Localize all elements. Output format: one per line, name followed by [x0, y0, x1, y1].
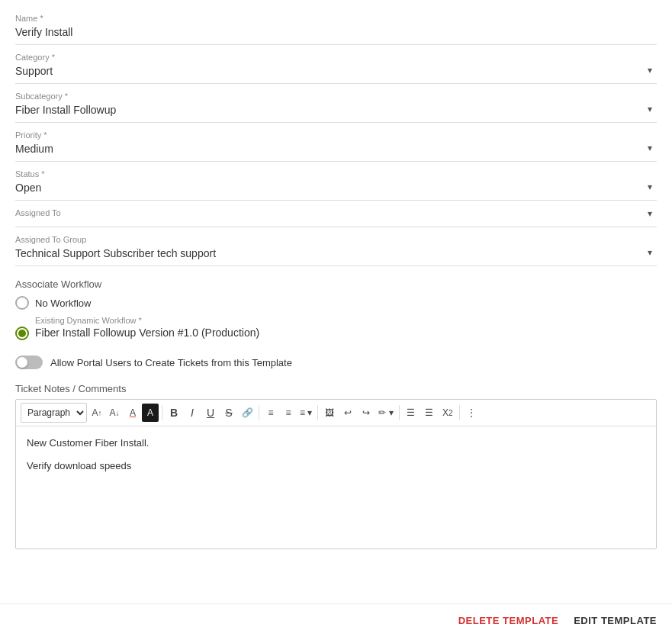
bullet-list-button[interactable]: ☰ [403, 404, 420, 422]
existing-workflow-radio[interactable] [15, 327, 29, 340]
editor-line-1: New Customer Fiber Install. [27, 436, 645, 451]
name-value[interactable]: Verify Install [15, 24, 657, 40]
notes-section-label: Ticket Notes / Comments [15, 375, 657, 399]
list-group: ≡ ≡ ≡ ▾ [262, 404, 314, 422]
assigned-to-field[interactable]: Assigned To ▾ [15, 202, 657, 227]
no-workflow-option[interactable]: No Workflow [15, 296, 657, 310]
italic-button[interactable]: I [184, 404, 201, 422]
editor-line-2: Verify download speeds [27, 458, 645, 474]
status-chevron-icon: ▾ [648, 182, 652, 192]
strikethrough-button[interactable]: S [220, 404, 237, 422]
no-workflow-radio[interactable] [15, 296, 29, 310]
font-color-group: A A [124, 404, 159, 422]
existing-workflow-value: Fiber Install Followup Version #1.0 (Pro… [35, 327, 259, 339]
category-field[interactable]: Category * Support ▾ [15, 47, 657, 84]
assigned-to-group-chevron-icon: ▾ [648, 247, 652, 258]
underline-button[interactable]: U [202, 404, 219, 422]
toggle-thumb [17, 357, 27, 368]
divider-5 [459, 405, 460, 420]
priority-chevron-icon: ▾ [648, 143, 652, 153]
category-chevron-icon: ▾ [648, 65, 652, 76]
priority-value: Medium [15, 141, 53, 156]
form-container: Name * Verify Install Category * Support… [0, 0, 672, 610]
no-workflow-label: No Workflow [35, 298, 91, 309]
align-button[interactable]: ≡ ▾ [297, 404, 314, 422]
undo-button[interactable]: ↩ [339, 404, 356, 422]
divider-3 [317, 405, 318, 420]
edit-template-button[interactable]: EDIT TEMPLATE [574, 615, 657, 626]
divider-1 [162, 405, 162, 420]
highlight-button[interactable]: A [142, 404, 159, 422]
portal-toggle-row: Allow Portal Users to Create Tickets fro… [15, 345, 657, 375]
assigned-to-group-field[interactable]: Assigned To Group Technical Support Subs… [15, 229, 657, 266]
associate-workflow-label: Associate Workflow [15, 268, 657, 296]
font-size-up-button[interactable]: A↑ [88, 404, 105, 422]
unordered-list-button[interactable]: ≡ [280, 404, 297, 422]
ordered-list-button[interactable]: ≡ [262, 404, 279, 422]
assigned-to-label: Assigned To [15, 208, 657, 217]
subcategory-chevron-icon: ▾ [648, 104, 652, 114]
highlight-group2: ✏ ▾ [376, 404, 395, 422]
editor-toolbar: Paragraph A↑ A↓ A A B I U S 🔗 ≡ ≡ ≡ ▾ [16, 400, 656, 426]
paragraph-select[interactable]: Paragraph [21, 403, 87, 423]
subscript-button[interactable]: X2 [439, 404, 456, 422]
name-field: Name * Verify Install [15, 8, 657, 45]
assigned-to-chevron-icon: ▾ [648, 208, 652, 219]
more-button[interactable]: ⋮ [463, 404, 480, 422]
redo-button[interactable]: ↪ [358, 404, 375, 422]
status-field[interactable]: Status * Open ▾ [15, 163, 657, 201]
priority-label: Priority * [15, 130, 657, 140]
notes-editor: Paragraph A↑ A↓ A A B I U S 🔗 ≡ ≡ ≡ ▾ [15, 399, 657, 549]
bold-button[interactable]: B [166, 404, 182, 422]
existing-workflow-label: Existing Dynamic Workflow * [35, 316, 657, 325]
category-value: Support [15, 63, 53, 79]
image-button[interactable]: 🖼 [321, 404, 338, 422]
portal-toggle[interactable] [15, 355, 43, 369]
status-label: Status * [15, 169, 657, 179]
link-button[interactable]: 🔗 [239, 404, 256, 422]
name-label: Name * [15, 14, 657, 23]
font-color-button[interactable]: A [124, 404, 141, 422]
highlight2-button[interactable]: ✏ ▾ [376, 404, 395, 422]
subcategory-label: Subcategory * [15, 92, 657, 101]
footer: DELETE TEMPLATE EDIT TEMPLATE [0, 603, 672, 637]
subcategory-value: Fiber Install Followup [15, 102, 116, 117]
font-size-group: A↑ A↓ [88, 404, 123, 422]
assigned-to-group-value: Technical Support Subscriber tech suppor… [15, 246, 216, 261]
workflow-radio-group: No Workflow Existing Dynamic Workflow * … [15, 296, 657, 340]
indent-button[interactable]: ☰ [421, 404, 438, 422]
divider-2 [259, 405, 259, 420]
toggle-label: Allow Portal Users to Create Tickets fro… [50, 357, 292, 368]
assigned-to-group-label: Assigned To Group [15, 235, 657, 244]
divider-4 [399, 405, 400, 420]
delete-template-button[interactable]: DELETE TEMPLATE [458, 615, 558, 626]
status-value: Open [15, 180, 41, 195]
editor-content[interactable]: New Customer Fiber Install. Verify downl… [16, 426, 656, 549]
existing-workflow-option[interactable]: Fiber Install Followup Version #1.0 (Pro… [15, 327, 657, 340]
priority-field[interactable]: Priority * Medium ▾ [15, 124, 657, 162]
subcategory-field[interactable]: Subcategory * Fiber Install Followup ▾ [15, 85, 657, 123]
font-size-down-button[interactable]: A↓ [106, 404, 123, 422]
category-label: Category * [15, 53, 657, 62]
